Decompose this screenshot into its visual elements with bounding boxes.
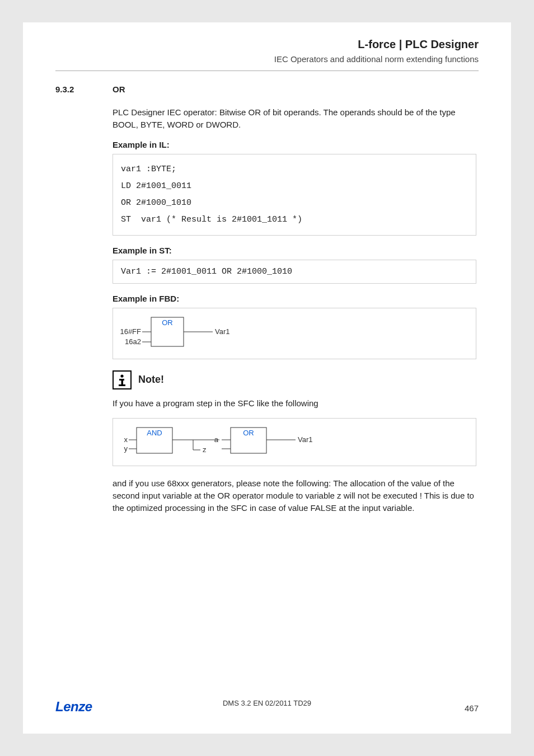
code-st: Var1 := 2#1001_0011 OR 2#1000_1010: [113, 260, 476, 284]
fbd2-svg: AND x y z a OR Var1: [118, 423, 330, 459]
note-intro: If you have a program step in the SFC li…: [113, 397, 476, 410]
fbd1-block-label: OR: [162, 318, 173, 327]
fbd2-z: z: [203, 445, 207, 454]
info-icon: [113, 370, 132, 389]
example-st-label: Example in ST:: [113, 246, 476, 255]
fbd2-block2: OR: [243, 429, 254, 437]
content-column: PLC Designer IEC operator: Bitwise OR of…: [113, 106, 476, 514]
intro-paragraph: PLC Designer IEC operator: Bitwise OR of…: [113, 106, 476, 131]
fbd1-in1: 16#FF: [120, 327, 141, 336]
section-heading: 9.3.2 OR: [55, 84, 479, 94]
svg-point-5: [120, 374, 123, 377]
footer-doc-id: DMS 3.2 EN 02/2011 TD29: [55, 699, 479, 707]
fbd2-a: a: [214, 435, 219, 444]
fbd1-svg: OR 16#FF 16a2 Var1: [118, 313, 252, 352]
section-title: OR: [113, 84, 125, 94]
fbd-diagram-1: OR 16#FF 16a2 Var1: [113, 308, 476, 359]
note-body: and if you use 68xxx generators, please …: [113, 477, 476, 514]
section-number: 9.3.2: [55, 84, 113, 94]
header-subtitle: IEC Operators and additional norm extend…: [55, 54, 479, 64]
header-title: L-force | PLC Designer: [55, 38, 479, 51]
fbd2-in2: y: [124, 444, 128, 453]
fbd1-out: Var1: [215, 327, 230, 336]
note-label: Note!: [138, 374, 164, 386]
note-heading: Note!: [113, 370, 476, 389]
example-il-label: Example in IL:: [113, 140, 476, 149]
fbd2-out: Var1: [298, 435, 313, 444]
fbd2-block1: AND: [147, 429, 162, 437]
example-fbd-label: Example in FBD:: [113, 294, 476, 303]
fbd-diagram-2: AND x y z a OR Var1: [113, 418, 476, 466]
page-header: L-force | PLC Designer IEC Operators and…: [55, 38, 479, 71]
fbd2-in1: x: [124, 435, 128, 444]
svg-rect-8: [119, 384, 125, 386]
fbd1-in2: 16a2: [125, 337, 141, 346]
page: L-force | PLC Designer IEC Operators and…: [23, 22, 511, 734]
code-il: var1 :BYTE; LD 2#1001_0011 OR 2#1000_101…: [113, 154, 476, 236]
page-footer: Lenze DMS 3.2 EN 02/2011 TD29 467: [55, 699, 479, 715]
